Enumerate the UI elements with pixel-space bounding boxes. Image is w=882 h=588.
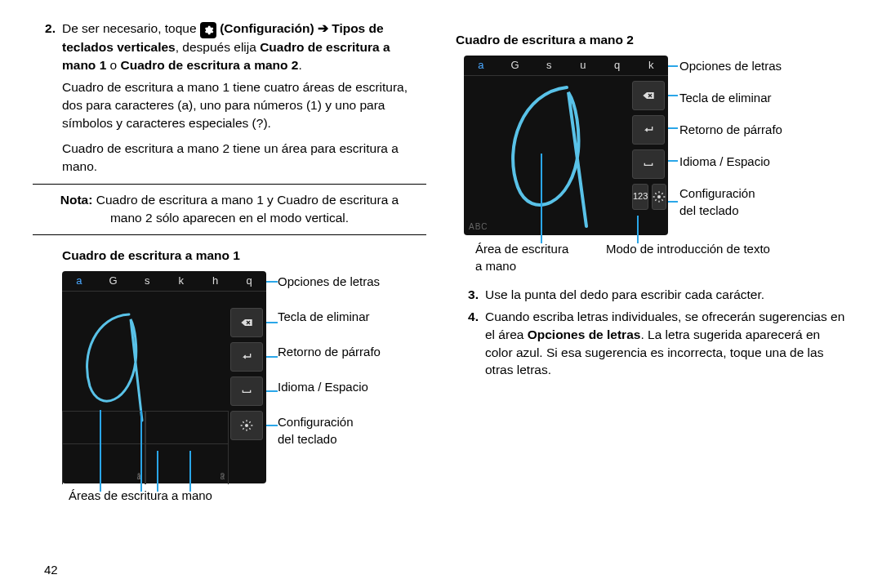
text: . xyxy=(298,58,301,72)
note-label: Nota: xyxy=(60,193,93,207)
text: , después elija xyxy=(176,40,260,54)
callout-label: Opciones de letras xyxy=(679,57,782,74)
leader-line xyxy=(668,201,678,203)
leader-line xyxy=(668,95,678,96)
callout-label: Configuracióndel teclado xyxy=(679,185,782,219)
area-label: Área de escrituraa mano xyxy=(475,240,581,274)
step-number: 3. xyxy=(456,286,485,304)
text: a mano xyxy=(475,259,516,273)
text: del teclado xyxy=(278,432,337,446)
backspace-key xyxy=(230,308,263,337)
leader-line xyxy=(266,322,278,323)
figure-box2: a G s u q k 123 xyxy=(464,56,668,235)
divider xyxy=(33,234,426,235)
input-mode-label: Modo de introducción de texto xyxy=(606,240,770,274)
leader-line xyxy=(266,356,278,358)
letter-option: k xyxy=(164,271,198,291)
figure-box1: a G s k h q a a 1 xyxy=(62,271,266,483)
text: del teclado xyxy=(679,203,739,217)
paragraph: Cuadro de escritura a mano 2 tiene un ár… xyxy=(62,140,426,175)
letter-option: G xyxy=(96,271,131,291)
letter-options-bar: a G s k h q xyxy=(62,271,266,292)
text: De ser necesario, toque xyxy=(62,21,200,35)
leader-line xyxy=(266,281,278,283)
handwriting-stroke xyxy=(72,305,162,415)
step-2-text: De ser necesario, toque (Configuración) … xyxy=(62,20,426,74)
callout-label: Opciones de letras xyxy=(278,273,381,290)
num-mode-key: 123 xyxy=(632,184,648,210)
letter-option: s xyxy=(532,56,566,75)
letter-option: G xyxy=(498,56,532,75)
heading-box1: Cuadro de escritura a mano 1 xyxy=(62,247,426,265)
arrow-icon: ➔ xyxy=(318,21,328,35)
letter-option: k xyxy=(634,56,668,75)
note: Nota: Cuadro de escritura a mano 1 y Cua… xyxy=(46,191,413,226)
letter-options-bar: a G s u q k xyxy=(464,56,668,76)
letter-option: a xyxy=(62,271,96,291)
settings-key xyxy=(230,411,263,440)
handwriting-stroke xyxy=(497,81,603,224)
callout-label: Tecla de eliminar xyxy=(278,308,381,325)
step-3: 3. Use la punta del dedo para escribir c… xyxy=(456,286,849,304)
gear-icon xyxy=(200,22,216,38)
text: Configuración xyxy=(278,415,354,429)
area-mark: 1 xyxy=(136,471,141,483)
callout-label: Idioma / Espacio xyxy=(278,378,381,395)
text: (Configuración) xyxy=(220,21,314,35)
text: Configuración xyxy=(679,186,755,200)
text: Área de escritura xyxy=(475,242,568,256)
settings-key xyxy=(652,184,666,210)
letter-option: h xyxy=(198,271,233,291)
divider xyxy=(33,184,426,185)
letter-option: q xyxy=(600,56,635,75)
leader-line xyxy=(668,127,678,129)
svg-point-0 xyxy=(245,424,248,427)
step-2: 2. De ser necesario, toque (Configuració… xyxy=(33,20,426,74)
letter-option: s xyxy=(130,271,164,291)
text: o xyxy=(106,58,120,72)
text: Cuadro de escritura a mano 2 xyxy=(121,58,299,72)
step-number: 4. xyxy=(456,308,485,379)
leader-line xyxy=(668,65,678,67)
letter-option: u xyxy=(566,56,600,75)
callout-label: Idioma / Espacio xyxy=(679,153,782,170)
callout-label: Retorno de párrafo xyxy=(278,343,381,360)
step-3-text: Use la punta del dedo para escribir cada… xyxy=(485,286,849,304)
step-number: 2. xyxy=(33,20,62,74)
page-number: 42 xyxy=(44,561,58,578)
abc-indicator: ABC xyxy=(469,221,488,233)
writing-area: 1 xyxy=(62,443,145,484)
space-key xyxy=(230,376,263,406)
step-4-text: Cuando escriba letras individuales, se o… xyxy=(485,308,849,379)
letter-option: q xyxy=(232,271,266,291)
leader-line xyxy=(266,425,278,426)
areas-label: Áreas de escritura a mano xyxy=(69,487,426,504)
step-4: 4. Cuando escriba letras individuales, s… xyxy=(456,308,849,379)
backspace-key xyxy=(632,81,665,110)
writing-area: ? xyxy=(145,443,229,484)
callout-label: Tecla de eliminar xyxy=(679,89,782,106)
callout-label: Retorno de párrafo xyxy=(679,121,782,138)
text: Opciones de letras xyxy=(528,327,641,341)
svg-point-1 xyxy=(657,195,661,198)
leader-line xyxy=(266,390,278,392)
space-key xyxy=(632,149,665,179)
enter-key xyxy=(632,115,665,145)
enter-key xyxy=(230,342,263,372)
callout-label: Configuracióndel teclado xyxy=(278,413,381,448)
leader-line xyxy=(668,160,678,162)
paragraph: Cuadro de escritura a mano 1 tiene cuatr… xyxy=(62,78,426,131)
letter-option: a xyxy=(464,56,498,75)
area-mark: ? xyxy=(220,471,225,483)
note-text: Cuadro de escritura a mano 1 y Cuadro de… xyxy=(92,193,399,225)
heading-box2: Cuadro de escritura a mano 2 xyxy=(456,31,849,49)
